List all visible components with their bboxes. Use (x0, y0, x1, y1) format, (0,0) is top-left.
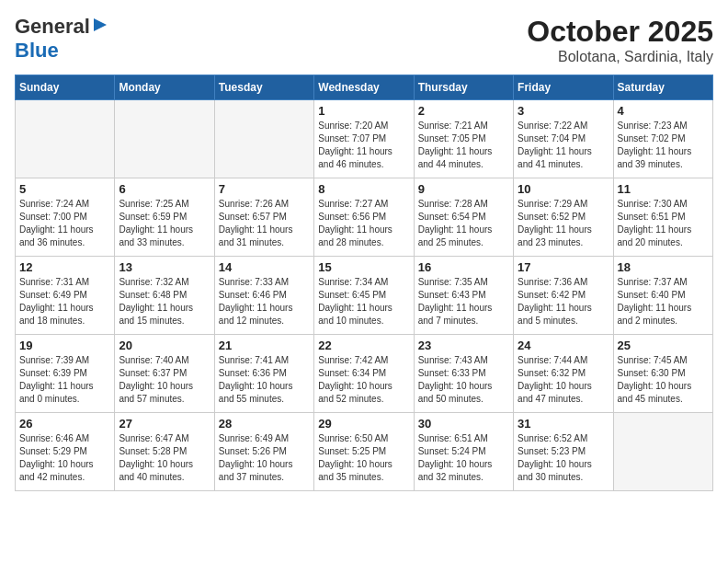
table-row: 14Sunrise: 7:33 AM Sunset: 6:46 PM Dayli… (214, 257, 313, 335)
col-tuesday: Tuesday (214, 75, 313, 100)
calendar-week-row: 1Sunrise: 7:20 AM Sunset: 7:07 PM Daylig… (16, 100, 713, 178)
day-number: 27 (119, 417, 210, 431)
day-info: Sunrise: 7:43 AM Sunset: 6:33 PM Dayligh… (418, 354, 509, 406)
day-info: Sunrise: 7:20 AM Sunset: 7:07 PM Dayligh… (318, 120, 409, 171)
table-row: 2Sunrise: 7:21 AM Sunset: 7:05 PM Daylig… (414, 100, 513, 178)
table-row (613, 413, 712, 491)
day-info: Sunrise: 7:29 AM Sunset: 6:52 PM Dayligh… (518, 198, 609, 249)
calendar-week-row: 19Sunrise: 7:39 AM Sunset: 6:39 PM Dayli… (16, 335, 713, 413)
day-number: 22 (318, 339, 409, 352)
day-number: 26 (19, 417, 110, 431)
day-number: 5 (19, 182, 110, 196)
day-number: 6 (119, 182, 210, 196)
calendar: Sunday Monday Tuesday Wednesday Thursday… (15, 75, 713, 491)
day-info: Sunrise: 7:25 AM Sunset: 6:59 PM Dayligh… (119, 198, 210, 249)
day-number: 25 (618, 339, 709, 352)
table-row: 30Sunrise: 6:51 AM Sunset: 5:24 PM Dayli… (414, 413, 513, 491)
day-info: Sunrise: 7:45 AM Sunset: 6:30 PM Dayligh… (618, 354, 709, 406)
day-number: 21 (219, 339, 310, 352)
logo-general: General (15, 15, 90, 39)
day-number: 28 (219, 417, 310, 431)
day-number: 1 (318, 104, 409, 118)
day-number: 4 (618, 104, 709, 118)
col-wednesday: Wednesday (314, 75, 414, 100)
page-title: October 2025 (527, 15, 713, 49)
table-row: 19Sunrise: 7:39 AM Sunset: 6:39 PM Dayli… (16, 335, 115, 413)
table-row: 8Sunrise: 7:27 AM Sunset: 6:56 PM Daylig… (314, 178, 414, 257)
day-info: Sunrise: 7:44 AM Sunset: 6:32 PM Dayligh… (518, 354, 609, 406)
day-info: Sunrise: 7:40 AM Sunset: 6:37 PM Dayligh… (119, 354, 210, 406)
day-number: 17 (518, 260, 609, 274)
day-number: 18 (618, 260, 709, 274)
day-info: Sunrise: 7:41 AM Sunset: 6:36 PM Dayligh… (219, 354, 310, 406)
day-number: 29 (318, 417, 409, 431)
day-info: Sunrise: 7:31 AM Sunset: 6:49 PM Dayligh… (19, 276, 110, 327)
table-row: 23Sunrise: 7:43 AM Sunset: 6:33 PM Dayli… (414, 335, 513, 413)
col-monday: Monday (115, 75, 214, 100)
day-info: Sunrise: 7:28 AM Sunset: 6:54 PM Dayligh… (418, 198, 509, 249)
table-row: 31Sunrise: 6:52 AM Sunset: 5:23 PM Dayli… (514, 413, 613, 491)
day-number: 7 (219, 182, 310, 196)
day-info: Sunrise: 6:51 AM Sunset: 5:24 PM Dayligh… (418, 432, 509, 484)
table-row: 1Sunrise: 7:20 AM Sunset: 7:07 PM Daylig… (314, 100, 414, 178)
table-row: 16Sunrise: 7:35 AM Sunset: 6:43 PM Dayli… (414, 257, 513, 335)
day-info: Sunrise: 7:36 AM Sunset: 6:42 PM Dayligh… (518, 276, 609, 327)
table-row: 29Sunrise: 6:50 AM Sunset: 5:25 PM Dayli… (314, 413, 414, 491)
day-info: Sunrise: 7:26 AM Sunset: 6:57 PM Dayligh… (219, 198, 310, 249)
day-info: Sunrise: 6:47 AM Sunset: 5:28 PM Dayligh… (119, 432, 210, 484)
calendar-week-row: 12Sunrise: 7:31 AM Sunset: 6:49 PM Dayli… (16, 257, 713, 335)
table-row: 11Sunrise: 7:30 AM Sunset: 6:51 PM Dayli… (613, 178, 712, 257)
table-row: 7Sunrise: 7:26 AM Sunset: 6:57 PM Daylig… (214, 178, 313, 257)
day-info: Sunrise: 7:34 AM Sunset: 6:45 PM Dayligh… (318, 276, 409, 327)
day-info: Sunrise: 7:22 AM Sunset: 7:04 PM Dayligh… (518, 120, 609, 171)
logo-arrow-icon (92, 17, 108, 33)
day-info: Sunrise: 7:21 AM Sunset: 7:05 PM Dayligh… (418, 120, 509, 171)
day-info: Sunrise: 7:33 AM Sunset: 6:46 PM Dayligh… (219, 276, 310, 327)
day-info: Sunrise: 7:39 AM Sunset: 6:39 PM Dayligh… (19, 354, 110, 406)
col-sunday: Sunday (16, 75, 115, 100)
table-row (214, 100, 313, 178)
logo-blue: Blue (15, 39, 59, 62)
table-row: 25Sunrise: 7:45 AM Sunset: 6:30 PM Dayli… (613, 335, 712, 413)
day-number: 12 (19, 260, 110, 274)
col-saturday: Saturday (613, 75, 712, 100)
day-info: Sunrise: 7:23 AM Sunset: 7:02 PM Dayligh… (618, 120, 709, 171)
day-number: 20 (119, 339, 210, 352)
day-number: 14 (219, 260, 310, 274)
table-row: 4Sunrise: 7:23 AM Sunset: 7:02 PM Daylig… (613, 100, 712, 178)
day-number: 2 (418, 104, 509, 118)
day-info: Sunrise: 7:35 AM Sunset: 6:43 PM Dayligh… (418, 276, 509, 327)
day-number: 13 (119, 260, 210, 274)
logo: General Blue (15, 15, 108, 63)
day-number: 15 (318, 260, 409, 274)
table-row: 10Sunrise: 7:29 AM Sunset: 6:52 PM Dayli… (514, 178, 613, 257)
title-area: October 2025 Bolotana, Sardinia, Italy (527, 15, 713, 65)
table-row: 20Sunrise: 7:40 AM Sunset: 6:37 PM Dayli… (115, 335, 214, 413)
day-info: Sunrise: 7:42 AM Sunset: 6:34 PM Dayligh… (318, 354, 409, 406)
day-info: Sunrise: 6:46 AM Sunset: 5:29 PM Dayligh… (19, 432, 110, 484)
day-number: 31 (518, 417, 609, 431)
day-number: 24 (518, 339, 609, 352)
svg-marker-0 (94, 18, 107, 31)
day-number: 30 (418, 417, 509, 431)
table-row: 3Sunrise: 7:22 AM Sunset: 7:04 PM Daylig… (514, 100, 613, 178)
table-row: 18Sunrise: 7:37 AM Sunset: 6:40 PM Dayli… (613, 257, 712, 335)
day-info: Sunrise: 7:27 AM Sunset: 6:56 PM Dayligh… (318, 198, 409, 249)
table-row: 28Sunrise: 6:49 AM Sunset: 5:26 PM Dayli… (214, 413, 313, 491)
day-number: 19 (19, 339, 110, 352)
table-row: 9Sunrise: 7:28 AM Sunset: 6:54 PM Daylig… (414, 178, 513, 257)
day-number: 10 (518, 182, 609, 196)
day-number: 3 (518, 104, 609, 118)
col-friday: Friday (514, 75, 613, 100)
day-number: 9 (418, 182, 509, 196)
table-row (16, 100, 115, 178)
table-row: 13Sunrise: 7:32 AM Sunset: 6:48 PM Dayli… (115, 257, 214, 335)
calendar-week-row: 26Sunrise: 6:46 AM Sunset: 5:29 PM Dayli… (16, 413, 713, 491)
table-row: 22Sunrise: 7:42 AM Sunset: 6:34 PM Dayli… (314, 335, 414, 413)
day-number: 8 (318, 182, 409, 196)
table-row (115, 100, 214, 178)
table-row: 26Sunrise: 6:46 AM Sunset: 5:29 PM Dayli… (16, 413, 115, 491)
calendar-week-row: 5Sunrise: 7:24 AM Sunset: 7:00 PM Daylig… (16, 178, 713, 257)
table-row: 17Sunrise: 7:36 AM Sunset: 6:42 PM Dayli… (514, 257, 613, 335)
day-number: 23 (418, 339, 509, 352)
